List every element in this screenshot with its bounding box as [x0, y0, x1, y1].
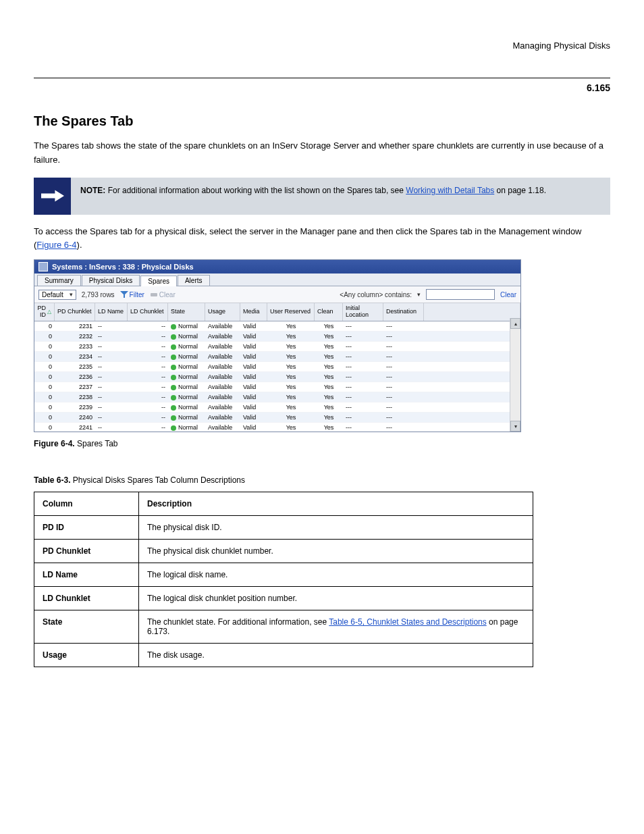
table-cell: 2237	[55, 382, 95, 392]
table-row[interactable]: 02232----NormalAvailableValidYesYes-----…	[34, 332, 520, 342]
table-row[interactable]: 02236----NormalAvailableValidYesYes-----…	[34, 372, 520, 382]
scroll-down-icon[interactable]: ▾	[510, 421, 520, 432]
search-input[interactable]	[426, 289, 495, 300]
desc-column-name: Usage	[34, 644, 139, 667]
clear-tool: Clear	[150, 291, 176, 298]
status-dot-icon	[171, 415, 176, 421]
column-header[interactable]: PD ID△	[34, 303, 55, 321]
status-dot-icon	[171, 375, 176, 380]
table-cell: Normal	[168, 372, 205, 382]
table-cell: 0	[34, 382, 55, 392]
column-header[interactable]: User Reserved	[267, 303, 315, 321]
window-title: Systems : InServs : 338 : Physical Disks	[52, 263, 194, 271]
table-cell: ---	[343, 402, 383, 412]
tab-physical-disks[interactable]: Physical Disks	[82, 275, 140, 286]
table-cell: --	[95, 392, 128, 402]
vertical-scrollbar[interactable]: ▴ ▾	[510, 318, 520, 432]
table-cell: 0	[34, 321, 55, 331]
table-cell: Normal	[168, 392, 205, 402]
table-cell: Yes	[315, 413, 343, 422]
column-header[interactable]: Usage	[205, 303, 240, 321]
table-row[interactable]: 02234----NormalAvailableValidYesYes-----…	[34, 352, 520, 362]
window-icon	[38, 262, 48, 271]
table-cell: ---	[343, 372, 383, 382]
table-cell: Yes	[315, 362, 343, 371]
note-link[interactable]: Working with Detail Tabs	[406, 186, 494, 195]
table-cell: 0	[34, 342, 55, 351]
table-cell: Valid	[240, 372, 267, 382]
column-header[interactable]: Destination	[383, 303, 424, 321]
table-cell: 0	[34, 362, 55, 371]
desc-column-name: LD Chunklet	[34, 587, 139, 610]
table-cell: ---	[383, 413, 424, 422]
table-cell: --	[128, 423, 168, 432]
table-cell: Normal	[168, 402, 205, 412]
table-row[interactable]: 02231----NormalAvailableValidYesYes-----…	[34, 321, 520, 332]
table-row[interactable]: 02241----NormalAvailableValidYesYes-----…	[34, 423, 520, 432]
table-cell: ---	[383, 392, 424, 402]
table-cell: Available	[205, 423, 240, 432]
table-cell: --	[128, 332, 168, 341]
scroll-up-icon[interactable]: ▴	[510, 318, 520, 329]
tab-summary[interactable]: Summary	[37, 275, 81, 286]
table-cell: ---	[383, 423, 424, 432]
column-header[interactable]: PD Chunklet	[55, 303, 95, 321]
table-cell: ---	[343, 332, 383, 341]
tab-row: SummaryPhysical DisksSparesAlerts	[34, 273, 520, 286]
column-header[interactable]: Media	[240, 303, 267, 321]
column-header[interactable]: State	[168, 303, 205, 321]
column-header[interactable]: LD Chunklet	[128, 303, 168, 321]
table-cell: Yes	[315, 332, 343, 341]
table-cell: Valid	[240, 402, 267, 412]
column-header[interactable]: Initial Location	[343, 303, 383, 321]
table-cell: 0	[34, 402, 55, 412]
status-dot-icon	[171, 355, 176, 360]
table-row[interactable]: 02240----NormalAvailableValidYesYes-----…	[34, 413, 520, 423]
contains-dropdown-icon[interactable]: ▾	[417, 291, 421, 298]
table-cell: 0	[34, 392, 55, 402]
table-row[interactable]: 02237----NormalAvailableValidYesYes-----…	[34, 382, 520, 392]
table-cell: Valid	[240, 352, 267, 361]
figure-link[interactable]: Figure 6-4	[36, 240, 76, 250]
table-cell: ---	[383, 382, 424, 392]
contains-label: <Any column> contains:	[340, 291, 412, 298]
table-cell: 2235	[55, 362, 95, 371]
table-row[interactable]: 02235----NormalAvailableValidYesYes-----…	[34, 362, 520, 372]
table-cell: Yes	[267, 372, 315, 382]
table-cell: 0	[34, 423, 55, 432]
table-row[interactable]: 02239----NormalAvailableValidYesYes-----…	[34, 402, 520, 413]
table-cell: --	[128, 372, 168, 382]
table-cell: ---	[343, 392, 383, 402]
table-cell: --	[95, 362, 128, 371]
desc-column-name: LD Name	[34, 563, 139, 587]
table-cell: Yes	[267, 352, 315, 361]
desc-column-text: The logical disk name.	[139, 563, 533, 587]
spares-window: Systems : InServs : 338 : Physical Disks…	[34, 259, 521, 432]
status-dot-icon	[171, 395, 176, 400]
desc-link[interactable]: Table 6-5, Chunklet States and Descripti…	[329, 617, 486, 627]
tab-alerts[interactable]: Alerts	[178, 275, 210, 286]
rows-count: 2,793 rows	[82, 291, 115, 298]
intro-paragraph: The Spares tab shows the state of the sp…	[34, 139, 610, 167]
table-cell: --	[95, 423, 128, 432]
column-header[interactable]: LD Name	[95, 303, 128, 321]
table-cell: Valid	[240, 382, 267, 392]
table-cell: 2240	[55, 413, 95, 422]
table-cell: Yes	[267, 392, 315, 402]
filter-button[interactable]: Filter	[120, 291, 144, 298]
desc-column-text: The logical disk chunklet position numbe…	[139, 587, 533, 610]
desc-column-text: The chunklet state. For additional infor…	[139, 610, 533, 644]
status-dot-icon	[171, 385, 176, 390]
view-select[interactable]: Default	[38, 290, 76, 300]
desc-column-name: State	[34, 610, 139, 644]
table-cell: Yes	[267, 413, 315, 422]
column-header[interactable]: Clean	[315, 303, 343, 321]
table-row[interactable]: 02233----NormalAvailableValidYesYes-----…	[34, 342, 520, 352]
table-row[interactable]: 02238----NormalAvailableValidYesYes-----…	[34, 392, 520, 402]
table-cell: Available	[205, 402, 240, 412]
clear-search-button[interactable]: Clear	[500, 291, 516, 298]
table-cell: Yes	[315, 382, 343, 392]
tab-spares[interactable]: Spares	[140, 276, 177, 286]
table-cell: 2233	[55, 342, 95, 351]
table-cell: Normal	[168, 413, 205, 422]
